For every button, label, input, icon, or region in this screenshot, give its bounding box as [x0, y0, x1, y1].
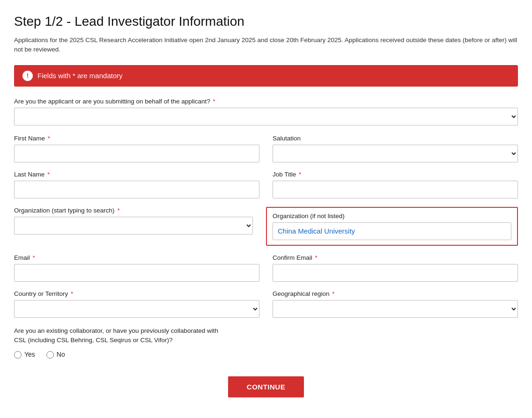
organization-group: Organization (start typing to search) * [14, 207, 253, 246]
email-row: Email * Confirm Email * [14, 254, 518, 282]
org-not-listed-input[interactable] [273, 222, 511, 240]
yes-radio[interactable] [14, 351, 22, 359]
email-input[interactable] [14, 264, 259, 282]
confirm-email-group: Confirm Email * [273, 254, 518, 282]
confirm-email-label: Confirm Email * [273, 254, 518, 261]
mandatory-banner: ! Fields with * are mandatory [14, 65, 518, 87]
yes-radio-option[interactable]: Yes [14, 350, 35, 359]
applicant-question-label: Are you the applicant or are you submitt… [14, 98, 518, 105]
mandatory-text: Fields with * are mandatory [37, 72, 123, 80]
geo-region-label: Geographical region * [273, 290, 518, 297]
collaborator-question-text: Are you an existing collaborator, or hav… [14, 326, 518, 345]
no-radio[interactable] [46, 351, 54, 359]
salutation-group: Salutation Mr Mrs Ms Dr Prof [273, 135, 518, 162]
email-label: Email * [14, 254, 259, 261]
applicant-question-group: Are you the applicant or are you submitt… [14, 98, 518, 125]
country-select[interactable]: China United States [14, 300, 259, 318]
country-label: Country or Territory * [14, 290, 259, 297]
organization-row: Organization (start typing to search) * … [14, 207, 518, 246]
yes-label: Yes [24, 350, 35, 359]
no-label: No [57, 350, 65, 359]
first-name-input[interactable] [14, 145, 259, 162]
org-not-listed-group: Organization (if not listed) [266, 207, 518, 246]
continue-button[interactable]: CONTINUE [228, 376, 304, 397]
geo-region-select[interactable]: Asia Pacific Europe, Middle East & Afric… [273, 300, 518, 318]
salutation-label: Salutation [273, 135, 518, 142]
applicant-select[interactable]: I am the applicant I am submitting on be… [14, 108, 518, 125]
lastname-jobtitle-row: Last Name * Job Title * [14, 171, 518, 198]
country-group: Country or Territory * China United Stat… [14, 290, 259, 318]
organization-label: Organization (start typing to search) * [14, 207, 253, 214]
geo-region-group: Geographical region * Asia Pacific Europ… [273, 290, 518, 318]
salutation-select[interactable]: Mr Mrs Ms Dr Prof [273, 145, 518, 162]
no-radio-option[interactable]: No [46, 350, 65, 359]
organization-select[interactable] [14, 217, 253, 235]
continue-section: CONTINUE [14, 376, 518, 397]
job-title-input[interactable] [273, 181, 518, 198]
info-icon: ! [22, 71, 33, 81]
org-not-listed-label: Organization (if not listed) [273, 213, 511, 220]
first-name-label: First Name * [14, 135, 259, 142]
email-group: Email * [14, 254, 259, 282]
last-name-input[interactable] [14, 181, 259, 198]
job-title-label: Job Title * [273, 171, 518, 178]
last-name-label: Last Name * [14, 171, 259, 178]
first-name-group: First Name * [14, 135, 259, 162]
collaborator-radio-group: Yes No [14, 350, 518, 362]
page-title: Step 1/2 - Lead Investigator Information [14, 14, 518, 29]
confirm-email-input[interactable] [273, 264, 518, 282]
job-title-group: Job Title * [273, 171, 518, 198]
name-salutation-row: First Name * Salutation Mr Mrs Ms Dr Pro… [14, 135, 518, 162]
collaborator-section: Are you an existing collaborator, or hav… [14, 326, 518, 363]
country-region-row: Country or Territory * China United Stat… [14, 290, 518, 318]
last-name-group: Last Name * [14, 171, 259, 198]
intro-text: Applications for the 2025 CSL Research A… [14, 36, 518, 55]
